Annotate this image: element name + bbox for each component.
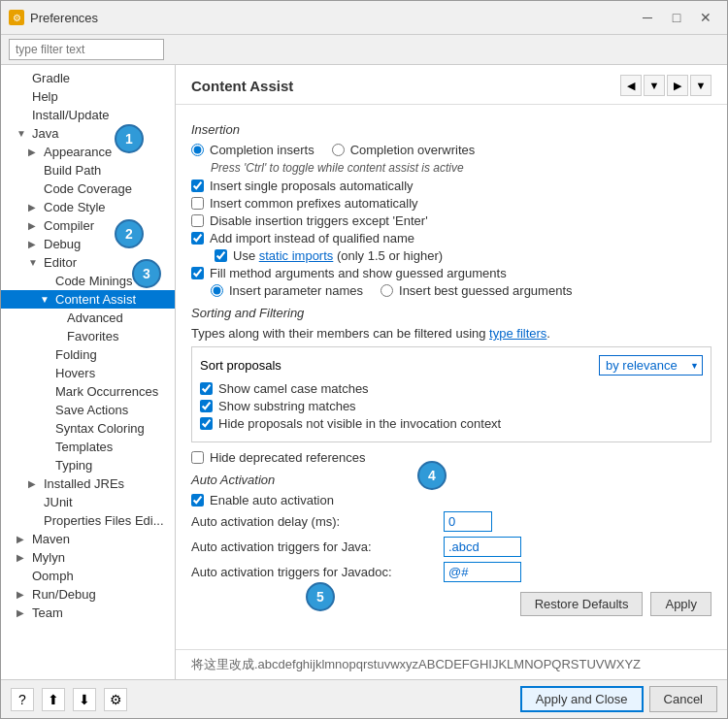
sidebar-item-mark-occurrences[interactable]: Mark Occurrences: [1, 382, 175, 401]
sidebar-item-gradle[interactable]: Gradle: [1, 69, 175, 87]
sidebar-item-appearance[interactable]: ▶ Appearance: [1, 143, 175, 161]
java-triggers-row: Auto activation triggers for Java:: [191, 537, 711, 557]
sidebar-item-properties-files[interactable]: Properties Files Edi...: [1, 511, 175, 530]
add-import-checkbox[interactable]: [191, 232, 204, 245]
completion-inserts-label: Completion inserts: [210, 143, 314, 157]
sidebar-item-help[interactable]: Help: [1, 87, 175, 106]
sort-proposals-box: Sort proposals by relevance alphabetical…: [191, 346, 711, 442]
sidebar-item-oomph[interactable]: Oomph: [1, 567, 175, 585]
content-body: Insertion Completion inserts Completion …: [176, 105, 727, 649]
insert-param-names-radio[interactable]: [211, 284, 223, 297]
back-dropdown-button[interactable]: ▼: [644, 75, 665, 96]
enable-auto-activation-checkbox[interactable]: [191, 494, 204, 507]
completion-overwrites-radio[interactable]: [332, 144, 345, 156]
sidebar-item-mylyn[interactable]: ▶ Mylyn: [1, 548, 175, 567]
sidebar-item-favorites[interactable]: Favorites: [1, 327, 175, 345]
sidebar-item-label: Editor: [44, 255, 77, 270]
sidebar-item-junit[interactable]: JUnit: [1, 493, 175, 511]
sidebar-item-typing[interactable]: Typing: [1, 456, 175, 474]
close-button[interactable]: ✕: [692, 7, 719, 28]
sidebar-item-label: JUnit: [44, 495, 73, 509]
ctrl-note: Press 'Ctrl' to toggle while content ass…: [211, 161, 711, 175]
sidebar-item-install-update[interactable]: Install/Update: [1, 106, 175, 124]
sort-proposals-select[interactable]: by relevance alphabetically: [599, 355, 703, 376]
sidebar-item-hovers[interactable]: Hovers: [1, 364, 175, 382]
sidebar-item-debug[interactable]: ▶ Debug: [1, 235, 175, 253]
sidebar-item-team[interactable]: ▶ Team: [1, 604, 175, 622]
bottom-left-icons: ? ⬆ ⬇ ⚙: [11, 688, 127, 711]
camel-case-checkbox[interactable]: [200, 382, 213, 395]
sidebar-item-compiler[interactable]: ▶ Compiler: [1, 216, 175, 235]
sidebar-item-maven[interactable]: ▶ Maven: [1, 530, 175, 548]
substring-checkbox[interactable]: [200, 400, 213, 412]
fill-method-checkbox[interactable]: [191, 267, 204, 279]
sidebar-item-syntax-coloring[interactable]: Syntax Coloring: [1, 419, 175, 438]
sidebar-item-label: Advanced: [67, 310, 123, 325]
java-triggers-input[interactable]: [444, 537, 521, 557]
static-imports-link[interactable]: static imports: [259, 248, 334, 263]
sidebar-item-label: Syntax Coloring: [55, 421, 145, 436]
sidebar-item-build-path[interactable]: Build Path: [1, 161, 175, 180]
disable-triggers-checkbox[interactable]: [191, 214, 204, 227]
sidebar-item-label: Gradle: [32, 71, 70, 85]
sidebar-item-templates[interactable]: Templates: [1, 438, 175, 456]
sidebar-item-editor[interactable]: ▼ Editor: [1, 253, 175, 272]
cancel-button[interactable]: Cancel: [649, 686, 717, 712]
cb-fill-method: Fill method arguments and show guessed a…: [191, 266, 711, 280]
content-header: Content Assist ◀ ▼ ▶ ▼: [176, 65, 727, 105]
javadoc-triggers-input[interactable]: [444, 562, 521, 582]
type-filters-link[interactable]: type filters: [489, 326, 546, 341]
sidebar-item-run-debug[interactable]: ▶ Run/Debug: [1, 585, 175, 604]
apply-and-close-button[interactable]: Apply and Close: [520, 686, 644, 712]
window-title: Preferences: [30, 11, 98, 25]
expand-arrow: ▶: [28, 220, 40, 231]
static-imports-label: Use static imports (only 1.5 or higher): [233, 248, 443, 263]
export-icon[interactable]: ⬆: [42, 688, 65, 711]
add-import-label: Add import instead of qualified name: [210, 231, 414, 245]
sidebar-item-code-minings[interactable]: Code Minings: [1, 272, 175, 290]
expand-arrow: ▶: [17, 552, 28, 563]
sidebar-item-folding[interactable]: Folding: [1, 345, 175, 364]
bottom-right-buttons: Apply and Close Cancel: [520, 686, 717, 712]
settings-icon[interactable]: ⚙: [104, 688, 127, 711]
sidebar-item-code-coverage[interactable]: Code Coverage: [1, 180, 175, 198]
sidebar-item-installed-jres[interactable]: ▶ Installed JREs: [1, 474, 175, 493]
cb-insert-single: Insert single proposals automatically: [191, 179, 711, 193]
forward-dropdown-button[interactable]: ▼: [690, 75, 711, 96]
static-imports-checkbox[interactable]: [215, 249, 227, 262]
completion-inserts-radio[interactable]: [191, 144, 204, 156]
restore-defaults-button[interactable]: Restore Defaults: [520, 592, 644, 616]
sidebar-item-content-assist[interactable]: ▼ Content Assist: [1, 290, 175, 309]
delay-input[interactable]: [444, 511, 492, 532]
hide-deprecated-checkbox[interactable]: [191, 451, 204, 464]
content-panel: Content Assist ◀ ▼ ▶ ▼ Insertion Complet…: [176, 65, 727, 679]
insert-common-checkbox[interactable]: [191, 197, 204, 210]
cb-hide-deprecated: Hide deprecated references: [191, 450, 711, 465]
import-icon[interactable]: ⬇: [73, 688, 96, 711]
sidebar-item-java[interactable]: ▼ Java: [1, 124, 175, 143]
insert-single-checkbox[interactable]: [191, 180, 204, 192]
insert-best-guessed-radio[interactable]: [381, 284, 393, 297]
javadoc-triggers-row: Auto activation triggers for Javadoc:: [191, 562, 711, 582]
maximize-button[interactable]: □: [663, 7, 690, 28]
sidebar-item-label: Properties Files Edi...: [44, 513, 164, 528]
preferences-window: ⚙ Preferences ─ □ ✕ Gradle Help Insta: [0, 0, 728, 719]
insert-common-label: Insert common prefixes automatically: [210, 196, 418, 211]
cb-hide-not-visible: Hide proposals not visible in the invoca…: [200, 416, 703, 431]
sidebar-item-label: Oomph: [32, 569, 74, 583]
forward-button[interactable]: ▶: [667, 75, 688, 96]
sidebar-item-advanced[interactable]: Advanced: [1, 309, 175, 327]
hide-not-visible-checkbox[interactable]: [200, 417, 213, 430]
camel-case-label: Show camel case matches: [218, 381, 369, 396]
apply-row: Restore Defaults Apply: [191, 592, 711, 620]
back-button[interactable]: ◀: [620, 75, 642, 96]
sidebar-item-save-actions[interactable]: Save Actions: [1, 401, 175, 419]
insert-best-guessed-label: Insert best guessed arguments: [399, 283, 573, 298]
help-icon[interactable]: ?: [11, 688, 34, 711]
apply-button[interactable]: Apply: [650, 592, 711, 616]
minimize-button[interactable]: ─: [634, 7, 661, 28]
sidebar-item-code-style[interactable]: ▶ Code Style: [1, 198, 175, 216]
filter-input[interactable]: [9, 39, 164, 60]
delay-row: Auto activation delay (ms):: [191, 511, 711, 532]
expand-arrow: ▼: [40, 294, 51, 305]
